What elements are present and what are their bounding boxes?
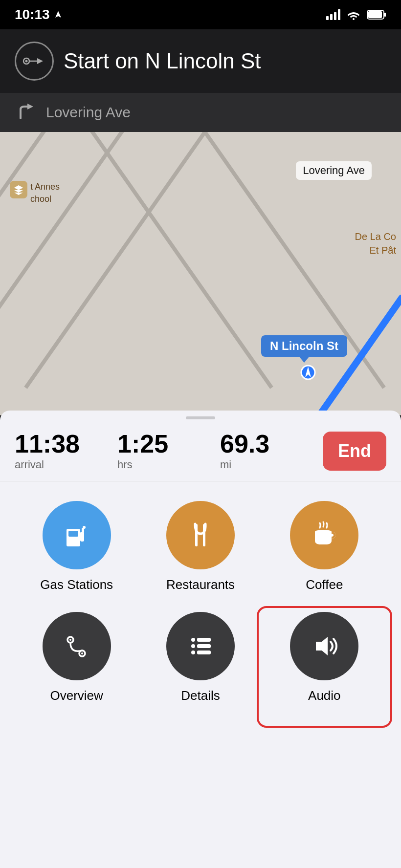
location-dot <box>299 364 317 381</box>
svg-point-22 <box>191 638 195 642</box>
next-turn-street: Lovering Ave <box>46 104 131 121</box>
time-label: 10:13 <box>15 7 50 22</box>
school-poi-icon <box>10 181 27 198</box>
status-icons <box>326 9 386 20</box>
coffee-icon <box>307 518 341 552</box>
start-turn-icon <box>15 42 54 81</box>
svg-rect-1 <box>384 13 386 17</box>
svg-point-24 <box>191 644 195 648</box>
map-background: Lovering Ave N Lincoln St t Anneschool D… <box>0 132 401 415</box>
svg-rect-2 <box>368 11 382 18</box>
coffee-button[interactable]: Coffee <box>263 501 386 592</box>
arrival-stat: 11:38 arrival <box>15 431 117 471</box>
n-lincoln-st-label: N Lincoln St <box>261 335 347 357</box>
svg-rect-11 <box>68 531 78 537</box>
nav-header: Start on N Lincoln St <box>0 29 401 93</box>
arrival-label: arrival <box>15 458 117 471</box>
svg-marker-6 <box>37 58 43 64</box>
start-route-icon <box>21 51 48 71</box>
next-turn-row: Lovering Ave <box>0 93 401 132</box>
restaurant-icon <box>183 518 218 552</box>
details-button[interactable]: Details <box>138 612 262 703</box>
map-area[interactable]: Lovering Ave N Lincoln St t Anneschool D… <box>0 132 401 415</box>
overview-button[interactable]: Overview <box>15 612 138 703</box>
signal-icon <box>326 9 340 20</box>
details-label: Details <box>181 688 220 703</box>
svg-marker-28 <box>316 637 328 655</box>
restaurants-circle <box>166 501 235 569</box>
audio-label: Audio <box>308 688 341 703</box>
lovering-ave-label: Lovering Ave <box>296 161 372 180</box>
restaurants-button[interactable]: Restaurants <box>138 501 262 592</box>
details-icon <box>183 629 218 663</box>
coffee-label: Coffee <box>306 577 343 592</box>
svg-rect-27 <box>197 651 211 654</box>
gas-stations-label: Gas Stations <box>40 577 113 592</box>
svg-point-17 <box>315 530 332 534</box>
overview-icon <box>60 629 94 663</box>
school-poi-label: t Anneschool <box>30 181 60 205</box>
restaurants-label: Restaurants <box>166 577 235 592</box>
arrival-time: 11:38 <box>15 431 117 456</box>
svg-point-21 <box>81 652 83 654</box>
svg-rect-12 <box>80 532 84 542</box>
distance-stat: 69.3 mi <box>220 431 323 471</box>
svg-point-26 <box>191 651 195 654</box>
location-arrow-icon <box>54 10 63 19</box>
nav-instruction: Start on N Lincoln St <box>64 49 261 73</box>
details-circle <box>166 612 235 680</box>
gas-stations-circle <box>43 501 111 569</box>
svg-rect-14 <box>83 526 86 529</box>
trip-info: 11:38 arrival 1:25 hrs 69.3 mi End <box>0 419 401 481</box>
duration-label: hrs <box>117 458 220 471</box>
wifi-icon <box>346 9 361 20</box>
distance-label: mi <box>220 458 323 471</box>
svg-point-19 <box>69 639 71 641</box>
audio-circle <box>290 612 358 680</box>
overview-circle <box>43 612 111 680</box>
gas-stations-button[interactable]: Gas Stations <box>15 501 138 592</box>
bottom-sheet: 11:38 arrival 1:25 hrs 69.3 mi End <box>0 411 401 868</box>
duration-stat: 1:25 hrs <box>117 431 220 471</box>
action-grid: Gas Stations Restaurants <box>0 481 401 713</box>
turn-right-icon <box>15 102 36 123</box>
coffee-circle <box>290 501 358 569</box>
audio-button[interactable]: Audio <box>263 612 386 703</box>
svg-point-4 <box>25 60 28 63</box>
duration-value: 1:25 <box>117 431 220 456</box>
svg-marker-7 <box>27 104 33 109</box>
business-label: De La CoEt Pât <box>355 230 397 257</box>
status-time: 10:13 <box>15 7 63 22</box>
battery-icon <box>367 9 386 20</box>
end-button[interactable]: End <box>323 432 386 471</box>
audio-icon <box>307 629 341 663</box>
distance-value: 69.3 <box>220 431 323 456</box>
gas-pump-icon <box>60 518 94 552</box>
status-bar: 10:13 <box>0 0 401 29</box>
svg-rect-25 <box>197 644 211 648</box>
svg-rect-23 <box>197 638 211 642</box>
overview-label: Overview <box>50 688 103 703</box>
